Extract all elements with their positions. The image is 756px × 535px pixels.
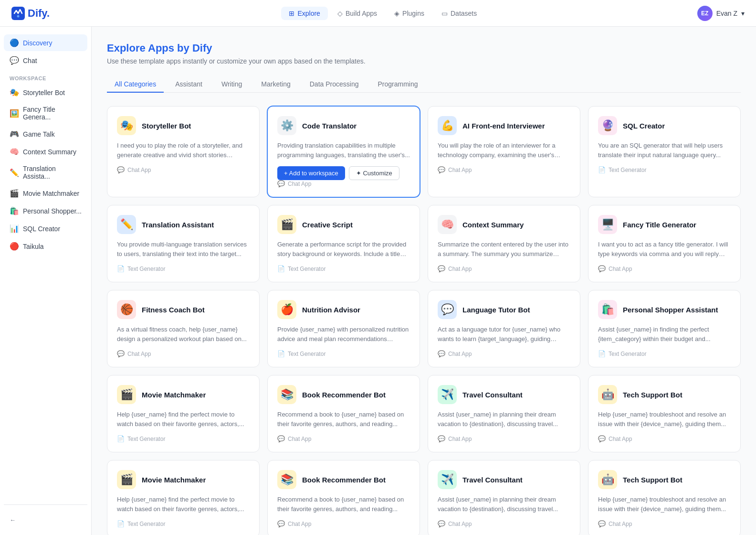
app-title: Travel Consultant [462, 476, 523, 484]
card-footer: 💬 Chat App [598, 265, 731, 272]
tab-all-categories[interactable]: All Categories [107, 76, 164, 93]
card-header: 🎬 Movie Matchmaker [117, 470, 250, 489]
sidebar-item-storyteller-bot[interactable]: 🎭 Storyteller Bot [4, 84, 87, 101]
app-type-label: Chat App [609, 436, 632, 442]
app-type-label: Text Generator [127, 521, 165, 527]
app-type-label: Text Generator [609, 167, 646, 173]
nav-build-apps[interactable]: ◇ Build Apps [330, 7, 385, 20]
app-card-creative-script[interactable]: 🎬 Creative Script Generate a performance… [267, 205, 420, 282]
context-summary-icon: 🧠 [10, 147, 19, 156]
sidebar-item-translation-assistant[interactable]: ✏️ Translation Assista... [4, 161, 87, 184]
translation-assistant-icon: ✏️ [10, 168, 19, 177]
app-title: Book Recommender Bot [302, 476, 386, 484]
app-card-tech-support-bot-2[interactable]: 🤖 Tech Support Bot Help {user_name} trou… [588, 460, 741, 535]
sidebar-item-taikula[interactable]: 🔴 Taikula [4, 238, 87, 255]
card-actions: + Add to workspace ✦ Customize [277, 166, 410, 180]
sidebar-item-movie-matchmaker[interactable]: 🎬 Movie Matchmaker [4, 185, 87, 202]
app-card-travel-consultant[interactable]: ✈️ Travel Consultant Assist {user_name} … [428, 375, 580, 452]
nav-plugins[interactable]: ◈ Plugins [387, 7, 432, 20]
card-footer: 💬 Chat App [277, 180, 410, 187]
app-title: Movie Matchmaker [142, 476, 206, 484]
app-icon: 📚 [277, 470, 296, 489]
app-card-tech-support-bot[interactable]: 🤖 Tech Support Bot Help {user_name} trou… [588, 375, 741, 452]
app-card-context-summary[interactable]: 🧠 Context Summary Summarize the content … [428, 205, 580, 282]
app-title: Context Summary [462, 221, 524, 229]
app-card-ai-frontend-interviewer[interactable]: 💪 AI Front-end Interviewer You will play… [428, 106, 580, 197]
app-card-fitness-coach-bot[interactable]: 🏀 Fitness Coach Bot As a virtual fitness… [107, 290, 260, 367]
app-description: You will play the role of an interviewer… [438, 141, 570, 160]
app-type-icon: 💬 [598, 435, 606, 442]
add-to-workspace-button[interactable]: + Add to workspace [277, 166, 345, 180]
app-card-personal-shopper-assistant[interactable]: 🛍️ Personal Shopper Assistant Assist {us… [588, 290, 741, 367]
app-card-sql-creator[interactable]: 🔮 SQL Creator You are an SQL generator t… [588, 106, 741, 197]
app-card-book-recommender-bot-2[interactable]: 📚 Book Recommender Bot Recommend a book … [267, 460, 420, 535]
card-footer: 📄 Text Generator [117, 520, 250, 527]
tab-assistant[interactable]: Assistant [168, 76, 210, 93]
user-menu[interactable]: EZ Evan Z ▾ [697, 6, 745, 21]
chevron-down-icon: ▾ [741, 10, 745, 17]
nav-explore[interactable]: ⊞ Explore [281, 7, 327, 20]
svg-point-1 [17, 15, 20, 17]
app-title: Code Translator [302, 122, 357, 130]
app-card-travel-consultant-2[interactable]: ✈️ Travel Consultant Assist {user_name} … [428, 460, 580, 535]
app-icon: ✈️ [438, 385, 457, 404]
app-description: Help {user_name} find the perfect movie … [117, 410, 250, 428]
app-type-label: Chat App [448, 521, 472, 527]
taikula-icon: 🔴 [10, 242, 19, 251]
app-icon: ✈️ [438, 470, 457, 489]
app-icon: 🎭 [117, 116, 136, 135]
card-footer: 📄 Text Generator [598, 166, 731, 173]
app-card-code-translator[interactable]: ⚙️ Code Translator Providing translation… [267, 106, 420, 197]
app-card-language-tutor-bot[interactable]: 💬 Language Tutor Bot Act as a language t… [428, 290, 580, 367]
main-content: Explore Apps by Dify Use these template … [92, 27, 756, 535]
app-type-icon: 💬 [598, 265, 606, 272]
app-icon: 🤖 [598, 385, 617, 404]
sidebar-item-sql-creator[interactable]: 📊 SQL Creator [4, 220, 87, 237]
sidebar-item-discovery[interactable]: 🔵 Discovery [4, 34, 87, 51]
app-card-fancy-title-generator[interactable]: 🖥️ Fancy Title Generator I want you to a… [588, 205, 741, 282]
app-card-nutrition-advisor[interactable]: 🍎 Nutrition Advisor Provide {user_name} … [267, 290, 420, 367]
app-title: Fitness Coach Bot [142, 306, 205, 314]
nav-explore-label: Explore [297, 10, 320, 17]
app-card-storyteller-bot[interactable]: 🎭 Storyteller Bot I need you to play the… [107, 106, 260, 197]
logo[interactable]: Dify. [11, 7, 50, 20]
app-title: Book Recommender Bot [302, 391, 386, 399]
app-type-icon: 📄 [598, 166, 606, 173]
sidebar-item-fancy-title[interactable]: 🖼️ Fancy Title Genera... [4, 102, 87, 125]
app-card-movie-matchmaker-2[interactable]: 🎬 Movie Matchmaker Help {user_name} find… [107, 460, 260, 535]
app-description: As a virtual fitness coach, help {user_n… [117, 325, 250, 343]
plugins-icon: ◈ [394, 10, 399, 17]
nav-datasets[interactable]: ▭ Datasets [434, 7, 484, 20]
app-card-translation-assistant[interactable]: ✏️ Translation Assistant You provide mul… [107, 205, 260, 282]
sidebar-item-game-talk[interactable]: 🎮 Game Talk [4, 126, 87, 142]
tab-marketing[interactable]: Marketing [253, 76, 298, 93]
card-footer: 📄 Text Generator [117, 435, 250, 442]
sidebar-item-chat[interactable]: 💬 Chat [4, 52, 87, 69]
tab-writing[interactable]: Writing [214, 76, 250, 93]
sidebar-fancy-title-label: Fancy Title Genera... [23, 106, 82, 121]
card-header: ✈️ Travel Consultant [438, 385, 570, 404]
customize-button[interactable]: ✦ Customize [349, 166, 399, 180]
app-type-label: Text Generator [288, 351, 326, 357]
card-header: ✈️ Travel Consultant [438, 470, 570, 489]
app-type-label: Chat App [448, 266, 472, 272]
app-type-icon: 💬 [438, 166, 445, 173]
collapse-sidebar-button[interactable]: ← [4, 513, 87, 527]
app-card-book-recommender-bot[interactable]: 📚 Book Recommender Bot Recommend a book … [267, 375, 420, 452]
tab-programming[interactable]: Programming [370, 76, 425, 93]
app-type-icon: 💬 [277, 180, 285, 187]
card-header: 🧠 Context Summary [438, 215, 570, 234]
card-header: 🤖 Tech Support Bot [598, 470, 731, 489]
app-type-icon: 💬 [117, 350, 125, 357]
app-card-movie-matchmaker[interactable]: 🎬 Movie Matchmaker Help {user_name} find… [107, 375, 260, 452]
app-description: You provide multi-language translation s… [117, 240, 250, 258]
app-icon: 🖥️ [598, 215, 617, 234]
storyteller-bot-icon: 🎭 [10, 88, 19, 97]
app-type-label: Chat App [288, 181, 311, 187]
sidebar-discovery-label: Discovery [23, 39, 52, 47]
tab-data-processing[interactable]: Data Processing [302, 76, 367, 93]
app-type-label: Chat App [288, 436, 311, 442]
app-icon: 🎬 [117, 470, 136, 489]
sidebar-item-personal-shopper[interactable]: 🛍️ Personal Shopper... [4, 203, 87, 219]
sidebar-item-context-summary[interactable]: 🧠 Context Summary [4, 143, 87, 160]
